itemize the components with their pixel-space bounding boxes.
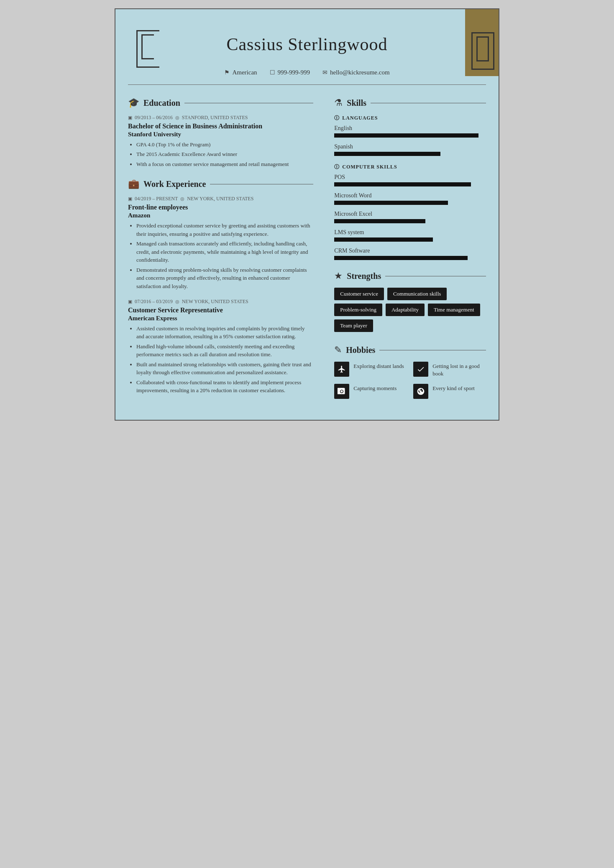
email-icon: ✉ — [322, 69, 327, 76]
education-entry-0: ▣ 09/2013 – 06/2016 ◎ STANFORD, UNITED S… — [128, 115, 313, 168]
strengths-title: Strengths — [347, 271, 381, 281]
work-icon: 💼 — [128, 179, 139, 189]
skill-bar-crm — [334, 256, 468, 260]
nationality-item: ⚑ American — [224, 69, 257, 76]
loc-icon-0: ◎ — [180, 196, 184, 202]
skill-name-spanish: Spanish — [334, 143, 486, 150]
email-text: hello@kickresume.com — [330, 69, 390, 76]
skill-name-crm: CRM Software — [334, 248, 486, 254]
work-date-0: 04/2019 – PRESENT — [135, 196, 178, 202]
location-icon: ◎ — [175, 115, 179, 120]
skills-divider — [371, 103, 486, 103]
work-entry-0: ▣ 04/2019 – PRESENT ◎ NEW YORK, UNITED S… — [128, 196, 313, 290]
strength-tag-2: Problem-solving — [334, 304, 382, 316]
hobby-label-1: Getting lost in a good book — [432, 362, 486, 378]
right-column: ⚗ Skills ⓘ LANGUAGES English Spanish — [326, 93, 486, 403]
cal-icon-1: ▣ — [128, 299, 132, 304]
skill-pos: POS — [334, 174, 486, 186]
work-meta-1: ▣ 07/2016 – 03/2019 ◎ NEW YORK, UNITED S… — [128, 299, 313, 305]
hobby-2: Capturing moments — [334, 384, 407, 399]
skill-bar-msexcel — [334, 219, 425, 223]
hobbies-divider — [379, 350, 486, 350]
edu-bullet-0-0: GPA 4.0 (Top 1% of the Program) — [136, 140, 313, 149]
hobby-icon-sport — [413, 384, 428, 399]
education-title: Education — [143, 98, 180, 108]
work-bullet-1-1: Handled high-volume inbound calls, consi… — [136, 342, 313, 359]
work-bullet-1-3: Collaborated with cross-functional teams… — [136, 378, 313, 395]
edu-location-0: STANFORD, UNITED STATES — [182, 115, 248, 121]
education-divider — [184, 103, 313, 103]
strengths-grid: Customer service Communication skills Pr… — [334, 288, 486, 332]
phone-icon: ☐ — [270, 69, 275, 76]
skill-name-english: English — [334, 125, 486, 132]
work-jobtitle-1: Customer Service Representative — [128, 306, 313, 315]
skill-bar-spanish — [334, 152, 440, 156]
skill-crm: CRM Software — [334, 248, 486, 260]
hobby-icon-camera — [334, 384, 349, 399]
calendar-icon: ▣ — [128, 115, 132, 120]
work-bullet-1-0: Assisted customers in resolving inquirie… — [136, 324, 313, 341]
skill-name-msword: Microsoft Word — [334, 192, 486, 199]
skills-section-header: ⚗ Skills — [334, 97, 486, 108]
skill-bar-pos — [334, 182, 471, 186]
languages-label: ⓘ LANGUAGES — [334, 115, 486, 122]
work-loc-1: NEW YORK, UNITED STATES — [182, 299, 248, 305]
languages-subsection: ⓘ LANGUAGES English Spanish — [334, 115, 486, 156]
work-entry-1: ▣ 07/2016 – 03/2019 ◎ NEW YORK, UNITED S… — [128, 299, 313, 395]
nationality-text: American — [232, 69, 257, 76]
work-loc-0: NEW YORK, UNITED STATES — [187, 196, 253, 202]
hobbies-grid: Exploring distant lands Getting lost in … — [334, 362, 486, 399]
hobby-icon-reading — [413, 362, 428, 377]
hobby-icon-travel — [334, 362, 349, 377]
skill-lms: LMS system — [334, 229, 486, 242]
flag-icon: ⚑ — [224, 69, 230, 76]
education-icon: 🎓 — [128, 97, 139, 108]
skills-title: Skills — [347, 98, 366, 108]
cal-icon-0: ▣ — [128, 196, 132, 202]
work-date-1: 07/2016 – 03/2019 — [135, 299, 173, 305]
work-company-1: American Express — [128, 315, 313, 322]
hobby-label-0: Exploring distant lands — [353, 362, 404, 370]
work-bullets-0: Provided exceptional customer service by… — [128, 222, 313, 290]
skills-icon: ⚗ — [334, 97, 343, 108]
computer-label-text: COMPUTER SKILLS — [342, 164, 397, 170]
edu-bullet-0-2: With a focus on customer service managem… — [136, 160, 313, 168]
skill-bar-english — [334, 133, 478, 138]
edu-meta-0: ▣ 09/2013 – 06/2016 ◎ STANFORD, UNITED S… — [128, 115, 313, 121]
work-company-0: Amazon — [128, 212, 313, 219]
languages-label-text: LANGUAGES — [342, 115, 378, 121]
hobbies-icon: ✎ — [334, 345, 342, 355]
hobby-0: Exploring distant lands — [334, 362, 407, 378]
work-jobtitle-0: Front-line employees — [128, 203, 313, 212]
strength-tag-1: Communication skills — [387, 288, 447, 300]
left-column: 🎓 Education ▣ 09/2013 – 06/2016 ◎ STANFO… — [128, 93, 326, 403]
loc-icon-1: ◎ — [175, 299, 179, 304]
strengths-icon: ★ — [334, 271, 343, 281]
edu-date-0: 09/2013 – 06/2016 — [135, 115, 173, 121]
skill-bar-msword — [334, 201, 448, 205]
info-icon-comp: ⓘ — [334, 163, 340, 171]
contact-bar: ⚑ American ☐ 999-999-999 ✉ hello@kickres… — [115, 63, 499, 84]
edu-degree-0: Bachelor of Science in Business Administ… — [128, 122, 313, 131]
bracket-decoration-left-inner — [141, 34, 154, 59]
phone-item: ☐ 999-999-999 — [270, 69, 310, 76]
work-section-header: 💼 Work Experience — [128, 179, 313, 189]
skill-bar-lms — [334, 237, 433, 242]
candidate-name: Cassius Sterlingwood — [124, 34, 490, 54]
skill-msword: Microsoft Word — [334, 192, 486, 205]
skill-english: English — [334, 125, 486, 138]
strengths-section-header: ★ Strengths — [334, 271, 486, 281]
education-section-header: 🎓 Education — [128, 97, 313, 108]
hobby-3: Every kind of sport — [413, 384, 486, 399]
computer-skills-subsection: ⓘ COMPUTER SKILLS POS Microsoft Word Mic… — [334, 163, 486, 260]
work-divider — [210, 184, 313, 184]
info-icon-lang: ⓘ — [334, 115, 340, 122]
work-meta-0: ▣ 04/2019 – PRESENT ◎ NEW YORK, UNITED S… — [128, 196, 313, 202]
work-bullet-1-2: Built and maintained strong relationship… — [136, 360, 313, 377]
hobby-label-2: Capturing moments — [353, 384, 397, 392]
skill-name-pos: POS — [334, 174, 486, 181]
skill-name-msexcel: Microsoft Excel — [334, 211, 486, 217]
skill-spanish: Spanish — [334, 143, 486, 156]
strength-tag-3: Adaptability — [386, 304, 425, 316]
strength-tag-4: Time management — [428, 304, 480, 316]
